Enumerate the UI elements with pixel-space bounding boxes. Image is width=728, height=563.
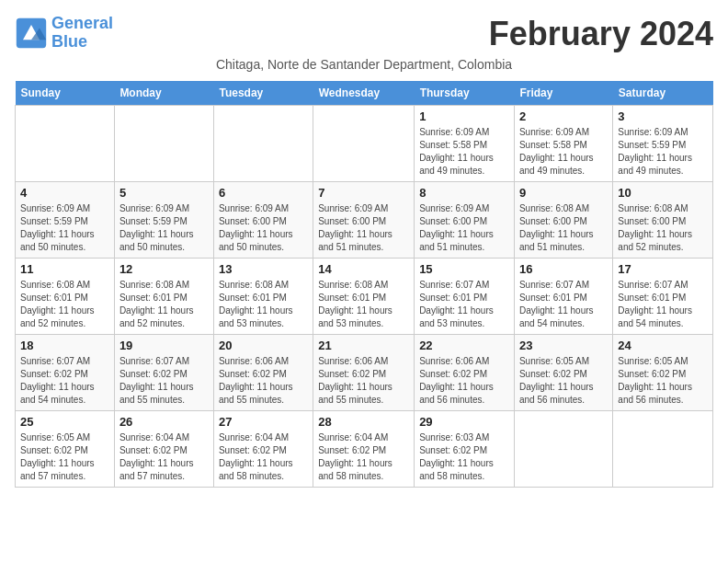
calendar-cell: 14Sunrise: 6:08 AM Sunset: 6:01 PM Dayli… xyxy=(313,259,415,335)
logo-line2: Blue xyxy=(51,32,87,51)
calendar-cell: 24Sunrise: 6:05 AM Sunset: 6:02 PM Dayli… xyxy=(613,335,713,411)
calendar-cell xyxy=(313,106,415,182)
calendar-cell: 28Sunrise: 6:04 AM Sunset: 6:02 PM Dayli… xyxy=(313,411,415,488)
calendar-cell: 4Sunrise: 6:09 AM Sunset: 5:59 PM Daylig… xyxy=(16,182,115,259)
weekday-header-row: SundayMondayTuesdayWednesdayThursdayFrid… xyxy=(16,81,713,106)
week-row-2: 4Sunrise: 6:09 AM Sunset: 5:59 PM Daylig… xyxy=(16,182,713,259)
day-number: 21 xyxy=(318,339,409,352)
day-info: Sunrise: 6:09 AM Sunset: 5:58 PM Dayligh… xyxy=(519,126,608,178)
calendar-table: SundayMondayTuesdayWednesdayThursdayFrid… xyxy=(15,81,713,488)
day-number: 15 xyxy=(419,262,509,276)
weekday-header-thursday: Thursday xyxy=(415,81,515,106)
day-number: 10 xyxy=(618,186,708,200)
day-info: Sunrise: 6:07 AM Sunset: 6:02 PM Dayligh… xyxy=(119,355,209,407)
day-info: Sunrise: 6:09 AM Sunset: 6:00 PM Dayligh… xyxy=(219,202,308,254)
day-info: Sunrise: 6:09 AM Sunset: 5:59 PM Dayligh… xyxy=(119,202,209,254)
calendar-cell: 17Sunrise: 6:07 AM Sunset: 6:01 PM Dayli… xyxy=(613,259,713,335)
day-info: Sunrise: 6:09 AM Sunset: 6:00 PM Dayligh… xyxy=(318,202,409,254)
day-info: Sunrise: 6:04 AM Sunset: 6:02 PM Dayligh… xyxy=(219,431,308,483)
day-info: Sunrise: 6:08 AM Sunset: 6:00 PM Dayligh… xyxy=(618,202,708,254)
calendar-cell: 2Sunrise: 6:09 AM Sunset: 5:58 PM Daylig… xyxy=(514,106,612,182)
logo-icon xyxy=(15,17,48,50)
calendar-cell: 11Sunrise: 6:08 AM Sunset: 6:01 PM Dayli… xyxy=(16,259,115,335)
weekday-header-wednesday: Wednesday xyxy=(313,81,415,106)
week-row-5: 25Sunrise: 6:05 AM Sunset: 6:02 PM Dayli… xyxy=(16,411,713,488)
day-number: 19 xyxy=(119,339,209,352)
day-number: 1 xyxy=(419,109,509,123)
calendar-cell: 18Sunrise: 6:07 AM Sunset: 6:02 PM Dayli… xyxy=(16,335,115,411)
calendar-cell: 25Sunrise: 6:05 AM Sunset: 6:02 PM Dayli… xyxy=(16,411,115,488)
day-number: 25 xyxy=(20,415,109,429)
calendar-cell: 21Sunrise: 6:06 AM Sunset: 6:02 PM Dayli… xyxy=(313,335,415,411)
calendar-cell xyxy=(613,411,713,488)
day-number: 22 xyxy=(419,339,509,352)
day-info: Sunrise: 6:07 AM Sunset: 6:02 PM Dayligh… xyxy=(20,355,109,407)
calendar-cell: 23Sunrise: 6:05 AM Sunset: 6:02 PM Dayli… xyxy=(514,335,612,411)
day-info: Sunrise: 6:09 AM Sunset: 6:00 PM Dayligh… xyxy=(419,202,509,254)
day-info: Sunrise: 6:08 AM Sunset: 6:00 PM Dayligh… xyxy=(519,202,608,254)
day-number: 13 xyxy=(219,262,308,276)
weekday-header-tuesday: Tuesday xyxy=(213,81,313,106)
day-number: 23 xyxy=(519,339,608,352)
day-number: 5 xyxy=(119,186,209,200)
day-info: Sunrise: 6:08 AM Sunset: 6:01 PM Dayligh… xyxy=(20,279,109,330)
day-number: 16 xyxy=(519,262,608,276)
day-info: Sunrise: 6:05 AM Sunset: 6:02 PM Dayligh… xyxy=(519,355,608,407)
title-block: February 2024 xyxy=(489,15,713,53)
day-info: Sunrise: 6:09 AM Sunset: 5:59 PM Dayligh… xyxy=(20,202,109,254)
week-row-1: 1Sunrise: 6:09 AM Sunset: 5:58 PM Daylig… xyxy=(16,106,713,182)
calendar-cell: 6Sunrise: 6:09 AM Sunset: 6:00 PM Daylig… xyxy=(213,182,313,259)
day-number: 7 xyxy=(318,186,409,200)
logo-text: General Blue xyxy=(51,15,113,52)
weekday-header-saturday: Saturday xyxy=(613,81,713,106)
calendar-cell: 10Sunrise: 6:08 AM Sunset: 6:00 PM Dayli… xyxy=(613,182,713,259)
calendar-cell: 7Sunrise: 6:09 AM Sunset: 6:00 PM Daylig… xyxy=(313,182,415,259)
day-info: Sunrise: 6:06 AM Sunset: 6:02 PM Dayligh… xyxy=(419,355,509,407)
day-number: 17 xyxy=(618,262,708,276)
day-info: Sunrise: 6:04 AM Sunset: 6:02 PM Dayligh… xyxy=(119,431,209,483)
day-number: 11 xyxy=(20,262,109,276)
calendar-cell: 5Sunrise: 6:09 AM Sunset: 5:59 PM Daylig… xyxy=(114,182,213,259)
logo: General Blue xyxy=(15,15,113,52)
calendar-cell: 12Sunrise: 6:08 AM Sunset: 6:01 PM Dayli… xyxy=(114,259,213,335)
day-number: 9 xyxy=(519,186,608,200)
page-title: February 2024 xyxy=(489,15,713,53)
page-header: General Blue February 2024 xyxy=(15,15,713,53)
calendar-cell: 26Sunrise: 6:04 AM Sunset: 6:02 PM Dayli… xyxy=(114,411,213,488)
calendar-cell: 22Sunrise: 6:06 AM Sunset: 6:02 PM Dayli… xyxy=(415,335,515,411)
day-number: 3 xyxy=(618,109,708,123)
calendar-cell xyxy=(114,106,213,182)
calendar-cell: 13Sunrise: 6:08 AM Sunset: 6:01 PM Dayli… xyxy=(213,259,313,335)
calendar-cell xyxy=(16,106,115,182)
day-info: Sunrise: 6:06 AM Sunset: 6:02 PM Dayligh… xyxy=(219,355,308,407)
day-info: Sunrise: 6:09 AM Sunset: 5:58 PM Dayligh… xyxy=(419,126,509,178)
day-info: Sunrise: 6:07 AM Sunset: 6:01 PM Dayligh… xyxy=(519,279,608,330)
day-number: 4 xyxy=(20,186,109,200)
day-info: Sunrise: 6:07 AM Sunset: 6:01 PM Dayligh… xyxy=(618,279,708,330)
day-info: Sunrise: 6:08 AM Sunset: 6:01 PM Dayligh… xyxy=(219,279,308,330)
day-info: Sunrise: 6:03 AM Sunset: 6:02 PM Dayligh… xyxy=(419,431,509,483)
day-number: 6 xyxy=(219,186,308,200)
calendar-cell: 27Sunrise: 6:04 AM Sunset: 6:02 PM Dayli… xyxy=(213,411,313,488)
calendar-cell xyxy=(213,106,313,182)
day-number: 20 xyxy=(219,339,308,352)
day-number: 14 xyxy=(318,262,409,276)
day-number: 24 xyxy=(618,339,708,352)
day-info: Sunrise: 6:04 AM Sunset: 6:02 PM Dayligh… xyxy=(318,431,409,483)
calendar-cell xyxy=(514,411,612,488)
day-info: Sunrise: 6:08 AM Sunset: 6:01 PM Dayligh… xyxy=(318,279,409,330)
day-number: 28 xyxy=(318,415,409,429)
calendar-cell: 8Sunrise: 6:09 AM Sunset: 6:00 PM Daylig… xyxy=(415,182,515,259)
weekday-header-monday: Monday xyxy=(114,81,213,106)
calendar-cell: 1Sunrise: 6:09 AM Sunset: 5:58 PM Daylig… xyxy=(415,106,515,182)
day-info: Sunrise: 6:05 AM Sunset: 6:02 PM Dayligh… xyxy=(618,355,708,407)
week-row-3: 11Sunrise: 6:08 AM Sunset: 6:01 PM Dayli… xyxy=(16,259,713,335)
calendar-cell: 3Sunrise: 6:09 AM Sunset: 5:59 PM Daylig… xyxy=(613,106,713,182)
day-info: Sunrise: 6:07 AM Sunset: 6:01 PM Dayligh… xyxy=(419,279,509,330)
day-number: 12 xyxy=(119,262,209,276)
calendar-cell: 29Sunrise: 6:03 AM Sunset: 6:02 PM Dayli… xyxy=(415,411,515,488)
calendar-cell: 16Sunrise: 6:07 AM Sunset: 6:01 PM Dayli… xyxy=(514,259,612,335)
day-number: 29 xyxy=(419,415,509,429)
day-number: 27 xyxy=(219,415,308,429)
day-number: 26 xyxy=(119,415,209,429)
